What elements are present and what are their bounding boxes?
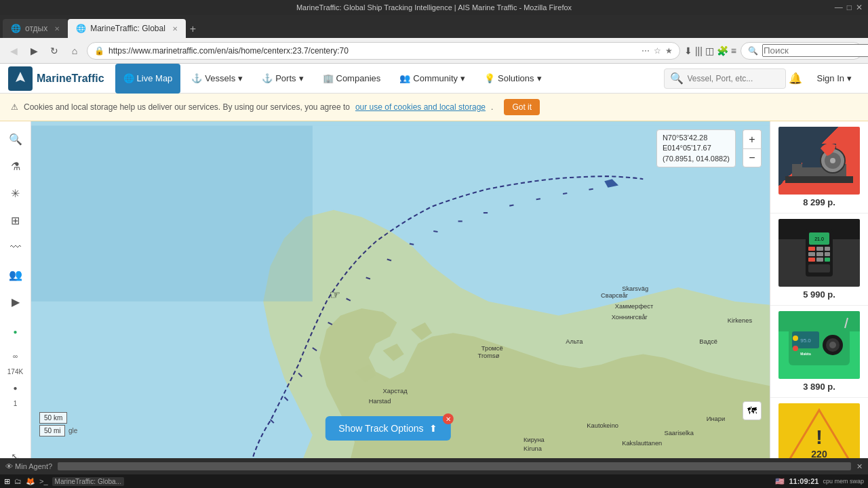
svg-text:Тромсё: Тромсё: [481, 345, 503, 352]
tab-close-1[interactable]: ✕: [54, 25, 60, 33]
companies-icon: 🏢: [323, 73, 334, 83]
taskbar-firefox-icon[interactable]: 🦊: [26, 477, 35, 486]
nav-community[interactable]: 👥 Community ▾: [391, 64, 473, 94]
coord-decimal: (70.8951, 014.0882): [663, 154, 730, 164]
menu-dots-icon[interactable]: ⋯: [642, 46, 650, 56]
sidebar-weather-icon[interactable]: ✳: [3, 181, 28, 205]
new-tab-button[interactable]: +: [186, 23, 200, 35]
svg-line-12: [410, 244, 414, 245]
back-button[interactable]: ◀: [5, 43, 22, 59]
svg-line-13: [433, 231, 437, 232]
ad-item-1[interactable]: 8 299 р.: [770, 121, 868, 214]
scale-bar: 50 km 50 mi gle: [39, 411, 77, 436]
svg-rect-55: [825, 252, 830, 256]
ad-item-3[interactable]: 95.0 Makita 3 890 р.: [770, 306, 868, 398]
search-bar[interactable]: 🔍: [741, 42, 863, 60]
tab-label-2: MarineTraffic: Global: [90, 24, 165, 33]
svg-line-6: [298, 373, 302, 376]
tab-close-2[interactable]: ✕: [172, 25, 178, 33]
download-icon[interactable]: ⬇: [684, 45, 692, 56]
community-label: Community: [413, 73, 458, 83]
close-btn[interactable]: ✕: [856, 3, 863, 12]
nav-ports[interactable]: ⚓ Ports ▾: [254, 64, 311, 94]
svg-point-65: [829, 342, 836, 348]
refresh-button[interactable]: ↻: [46, 43, 62, 59]
taskbar-marinetraffic-item[interactable]: MarineTraffic: Globa...: [52, 477, 124, 486]
maximize-btn[interactable]: □: [847, 3, 852, 12]
nav-vessels[interactable]: ⚓ Vessels ▾: [183, 64, 251, 94]
cookie-link[interactable]: our use of cookies and local storage: [355, 102, 486, 112]
extensions-icon[interactable]: 🧩: [717, 45, 728, 56]
nav-livemap[interactable]: 🌐 Live Map: [115, 64, 181, 94]
ad-price-2: 5 990 р.: [776, 289, 863, 300]
layers-icon: 🗺: [747, 405, 757, 416]
map-layer-button[interactable]: 🗺: [743, 401, 762, 420]
taskbar-terminal-icon[interactable]: >_: [39, 477, 48, 485]
bottom-close[interactable]: ✕: [856, 462, 863, 471]
window-title: MarineTraffic: Global Ship Tracking Inte…: [296, 3, 572, 12]
nav-search[interactable]: 🔍: [664, 68, 786, 89]
taskbar-folder-icon[interactable]: 🗂: [14, 477, 22, 485]
solutions-dropdown-icon: ▾: [537, 73, 542, 83]
map-area[interactable]: Сварсвåг Хаммерфест Хоннингсвåг Альта Тр…: [31, 121, 770, 474]
url-text: https://www.marinetraffic.com/en/ais/hom…: [108, 46, 637, 56]
zoom-out-button[interactable]: −: [743, 148, 762, 167]
track-options-popup[interactable]: Show Track Options ⬆ ✕: [325, 416, 450, 441]
coord-lat: N70°53'42.28: [663, 133, 730, 143]
taskbar-start-icon[interactable]: ⊞: [4, 477, 10, 486]
svg-line-7: [313, 348, 317, 350]
forward-button[interactable]: ▶: [26, 43, 42, 59]
star-icon[interactable]: ★: [665, 46, 673, 56]
nav-search-icon: 🔍: [670, 72, 684, 85]
nav-companies[interactable]: 🏢 Companies: [315, 64, 389, 94]
svg-rect-46: [785, 176, 853, 183]
got-it-button[interactable]: Got it: [504, 99, 540, 115]
svg-line-69: [845, 318, 848, 328]
community-icon: 👥: [399, 73, 410, 83]
address-bar[interactable]: 🔒 https://www.marinetraffic.com/en/ais/h…: [87, 42, 680, 60]
bottom-agent-text: 👁 Min Agent?: [5, 462, 52, 470]
sidebar-search-icon[interactable]: 🔍: [3, 127, 28, 151]
taskbar-sysmon: cpu mem swap: [823, 478, 864, 485]
tab-1[interactable]: 🌐 отдых ✕: [3, 19, 68, 38]
sidebar-filter-icon[interactable]: ⚗: [3, 154, 28, 178]
svg-line-5: [284, 397, 288, 401]
bookmark-icon[interactable]: ☆: [654, 46, 661, 56]
sync-icon[interactable]: ◫: [705, 45, 714, 56]
tab-2[interactable]: 🌐 MarineTraffic: Global ✕: [68, 19, 186, 38]
sidebar-layers-icon[interactable]: ⊞: [3, 208, 28, 232]
svg-rect-57: [816, 258, 823, 262]
bookmarks-icon[interactable]: |||: [695, 45, 703, 56]
svg-text:!: !: [816, 426, 823, 448]
sign-in-button[interactable]: Sign In ▾: [809, 69, 860, 87]
ad-item-2[interactable]: 21.0 5 990 р.: [770, 214, 868, 306]
ad-image-1: [778, 127, 860, 195]
svg-line-11: [387, 259, 391, 260]
svg-rect-3: [31, 125, 313, 301]
ports-icon: ⚓: [262, 73, 273, 83]
zoom-in-button[interactable]: +: [743, 129, 762, 148]
ad-image-2: 21.0: [778, 219, 860, 287]
svg-text:Skarsväg: Skarsväg: [622, 285, 648, 292]
taskbar-time: 11:09:21: [789, 477, 818, 485]
notification-bell-icon[interactable]: 🔔: [789, 72, 802, 85]
home-button[interactable]: ⌂: [66, 43, 83, 59]
svg-text:Kakslauttanen: Kakslauttanen: [622, 440, 662, 447]
nav-search-input[interactable]: [688, 74, 780, 83]
sidebar-people-icon[interactable]: 👥: [3, 262, 28, 287]
svg-rect-54: [816, 252, 823, 256]
sidebar-wave-icon[interactable]: 〰: [3, 235, 28, 260]
sidebar-play-icon[interactable]: ▶: [3, 289, 28, 314]
ad-price-3: 3 890 р.: [776, 382, 863, 392]
bottom-progress: [58, 462, 851, 470]
scale-km: 50 km: [39, 412, 67, 424]
coords-display: N70°53'42.28 E014°05'17.67 (70.8951, 014…: [656, 129, 736, 167]
menu-icon[interactable]: ≡: [731, 45, 736, 56]
track-close-button[interactable]: ✕: [443, 413, 454, 424]
track-options-icon: ⬆: [429, 423, 437, 434]
window-controls[interactable]: — □ ✕: [835, 3, 863, 12]
nav-solutions[interactable]: 💡 Solutions ▾: [476, 64, 549, 94]
search-input[interactable]: [762, 44, 868, 57]
minimize-btn[interactable]: —: [835, 3, 843, 12]
svg-line-16: [509, 205, 513, 206]
